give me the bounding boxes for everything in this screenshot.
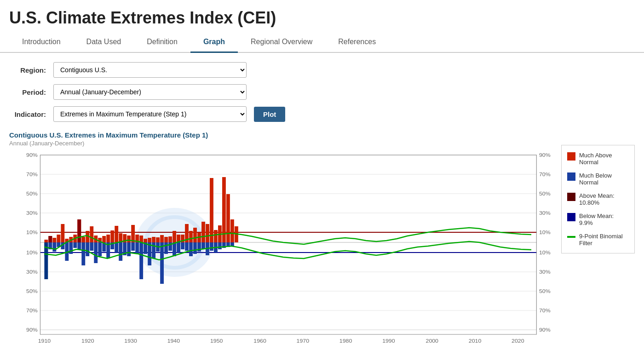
svg-text:1970: 1970 (297, 338, 310, 344)
nav-item-definition[interactable]: Definition (134, 32, 190, 53)
svg-rect-93 (69, 242, 73, 254)
svg-text:30%: 30% (26, 269, 38, 275)
nav-item-graph[interactable]: Graph (190, 32, 238, 53)
svg-rect-46 (81, 237, 85, 242)
svg-rect-129 (218, 242, 222, 249)
svg-rect-68 (172, 231, 176, 242)
svg-rect-63 (152, 237, 155, 242)
plot-button[interactable]: Plot (254, 107, 285, 122)
much-above-normal-swatch (567, 152, 575, 161)
svg-rect-104 (115, 242, 118, 253)
below-mean-swatch (567, 213, 575, 221)
svg-rect-120 (181, 242, 184, 249)
legend-item-much-below-normal: Much Below Normal (567, 172, 629, 186)
svg-text:1990: 1990 (382, 338, 395, 344)
svg-text:50%: 50% (26, 191, 38, 196)
chart-title: Contiguous U.S. Extremes in Maximum Temp… (9, 131, 552, 139)
svg-rect-64 (156, 237, 160, 242)
svg-rect-82 (230, 219, 234, 242)
svg-rect-119 (177, 242, 180, 253)
nav-item-introduction[interactable]: Introduction (9, 32, 74, 53)
page-title: U.S. Climate Extremes Index (CEI) (0, 0, 644, 32)
svg-rect-51 (102, 236, 106, 242)
svg-text:10%: 10% (539, 250, 551, 255)
svg-text:50%: 50% (539, 191, 551, 196)
period-row: Period: Annual (January-December) Winter… (9, 84, 635, 100)
svg-rect-94 (73, 242, 77, 248)
svg-rect-85 (77, 219, 81, 242)
region-select[interactable]: Contiguous U.S. Northeast Southeast Midw… (53, 62, 247, 78)
svg-text:1960: 1960 (253, 338, 266, 344)
svg-rect-122 (189, 242, 193, 256)
svg-rect-48 (90, 226, 93, 242)
svg-rect-89 (52, 242, 56, 252)
svg-text:70%: 70% (539, 308, 551, 313)
svg-text:90%: 90% (539, 152, 551, 158)
svg-text:70%: 70% (26, 308, 38, 313)
svg-rect-127 (210, 242, 213, 251)
region-row: Region: Contiguous U.S. Northeast Southe… (9, 62, 635, 78)
svg-rect-99 (94, 242, 98, 263)
period-select[interactable]: Annual (January-December) Winter (Decemb… (53, 84, 247, 100)
much-below-normal-label: Much Below Normal (579, 172, 629, 186)
svg-rect-41 (61, 224, 64, 242)
svg-text:1920: 1920 (81, 338, 94, 344)
svg-text:1980: 1980 (339, 338, 352, 344)
indicator-label: Indicator: (9, 110, 46, 118)
svg-rect-62 (148, 238, 151, 242)
svg-rect-109 (135, 242, 139, 254)
svg-rect-72 (189, 231, 193, 242)
svg-text:90%: 90% (539, 327, 551, 333)
svg-text:30%: 30% (539, 210, 551, 216)
svg-rect-65 (160, 235, 164, 242)
above-mean-label: Above Mean: 10.80% (579, 192, 629, 206)
svg-rect-112 (148, 242, 151, 265)
svg-text:2000: 2000 (426, 338, 439, 344)
much-above-normal-label: Much Above Normal (579, 152, 629, 166)
svg-rect-76 (206, 224, 209, 242)
svg-rect-58 (131, 225, 135, 242)
region-label: Region: (9, 66, 46, 74)
svg-text:90%: 90% (26, 152, 38, 158)
svg-rect-110 (139, 242, 143, 279)
svg-text:10%: 10% (26, 250, 38, 255)
svg-rect-61 (144, 239, 147, 242)
legend-item-below-mean: Below Mean: 9.9% (567, 213, 629, 226)
svg-text:2010: 2010 (469, 338, 482, 344)
svg-text:50%: 50% (539, 288, 551, 294)
nav-item-references[interactable]: References (325, 32, 389, 53)
svg-rect-107 (127, 242, 131, 256)
below-mean-label: Below Mean: 9.9% (579, 213, 629, 226)
nav-item-regional-overview[interactable]: Regional Overview (238, 32, 325, 53)
svg-rect-52 (106, 235, 110, 242)
svg-text:30%: 30% (539, 269, 551, 275)
nav-item-data-used[interactable]: Data Used (74, 32, 134, 53)
svg-rect-67 (168, 236, 172, 242)
svg-text:1940: 1940 (167, 338, 180, 344)
controls-panel: Region: Contiguous U.S. Northeast Southe… (0, 53, 644, 126)
much-below-normal-swatch (567, 172, 575, 181)
svg-rect-81 (226, 194, 230, 242)
svg-text:1930: 1930 (124, 338, 137, 344)
svg-rect-95 (77, 242, 81, 249)
svg-rect-100 (98, 242, 102, 256)
svg-rect-78 (214, 230, 218, 242)
svg-rect-39 (52, 238, 56, 242)
chart-svg: 90% 70% 50% 30% 10% 10% 30% 50% 70% 90% … (9, 150, 552, 348)
svg-rect-97 (86, 242, 89, 256)
svg-rect-98 (90, 242, 93, 251)
svg-text:1910: 1910 (38, 338, 51, 344)
binomial-filter-label: 9-Point Binomial Filter (579, 233, 629, 247)
above-mean-swatch (567, 193, 575, 201)
svg-rect-113 (152, 242, 155, 259)
legend-item-binomial-filter: 9-Point Binomial Filter (567, 233, 629, 247)
indicator-select[interactable]: Extremes in Maximum Temperature (Step 1)… (53, 106, 247, 122)
svg-text:30%: 30% (26, 210, 38, 216)
svg-rect-66 (164, 237, 168, 242)
svg-rect-37 (44, 240, 48, 242)
svg-text:10%: 10% (539, 230, 551, 235)
indicator-row: Indicator: Extremes in Maximum Temperatu… (9, 106, 635, 122)
svg-rect-57 (127, 236, 131, 242)
svg-text:70%: 70% (539, 172, 551, 177)
svg-rect-75 (201, 222, 205, 242)
